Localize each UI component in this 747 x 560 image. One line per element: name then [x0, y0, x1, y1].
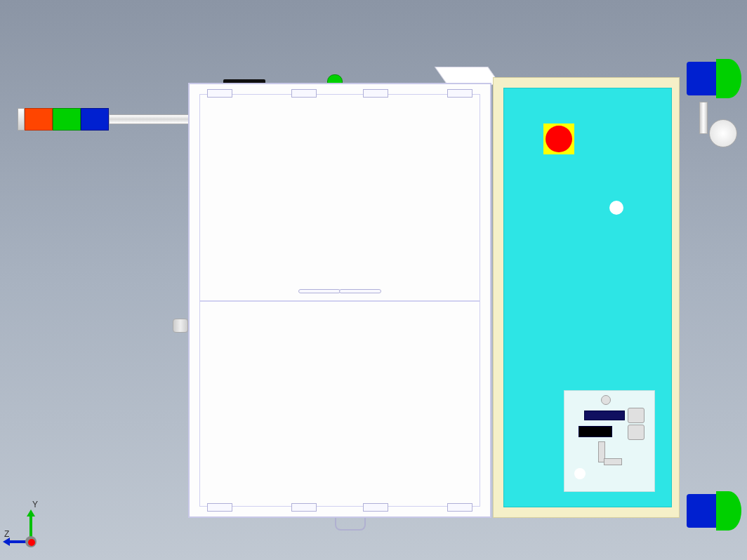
hinge — [447, 89, 472, 98]
motor-bottom — [687, 491, 741, 531]
tower-segment-blue — [81, 108, 109, 131]
fitting-icon — [601, 395, 611, 405]
door-handle — [339, 289, 381, 293]
carry-handle — [335, 518, 366, 531]
control-panel-frame — [493, 77, 680, 518]
door-handle — [298, 289, 341, 293]
hinge — [207, 503, 232, 512]
filter-block — [579, 426, 612, 437]
signal-tower-post — [109, 114, 189, 124]
cad-viewport[interactable]: Y Z — [0, 0, 747, 560]
regulator-icon — [628, 425, 644, 440]
pneumatic-frl-plate — [564, 390, 655, 492]
hinge — [291, 503, 317, 512]
regulator-icon — [628, 408, 644, 423]
hinge — [447, 503, 472, 512]
side-port — [173, 319, 188, 333]
estop-housing — [543, 124, 574, 154]
motor-endcap — [716, 491, 741, 531]
y-axis-icon — [29, 515, 32, 538]
valve-block — [584, 411, 625, 420]
indicator-icon — [609, 201, 623, 215]
motor-flange — [709, 119, 737, 147]
tower-cap — [18, 108, 25, 131]
x-axis-icon — [28, 539, 35, 546]
gauge-icon — [574, 468, 586, 479]
hinge — [207, 89, 232, 98]
hinge — [291, 89, 317, 98]
elbow-fitting — [604, 458, 622, 465]
enclosure-door-area — [199, 94, 480, 507]
control-panel-face — [503, 88, 672, 507]
view-triad: Y Z — [7, 504, 56, 553]
estop-button — [546, 126, 572, 152]
main-enclosure — [188, 83, 491, 518]
motor-endcap — [716, 59, 741, 98]
tower-segment-red — [25, 108, 53, 131]
hinge — [363, 89, 388, 98]
motor-body — [687, 494, 720, 528]
y-axis-label: Y — [32, 500, 38, 509]
tower-segment-green — [53, 108, 81, 131]
z-axis-label: Z — [4, 529, 9, 539]
door-divider — [200, 300, 480, 302]
signal-tower — [18, 108, 109, 131]
motor-body — [687, 62, 720, 95]
y-arrowhead-icon — [27, 509, 35, 516]
motor-output-shaft — [699, 102, 708, 134]
motor-top — [687, 59, 741, 98]
hinge — [363, 503, 388, 512]
